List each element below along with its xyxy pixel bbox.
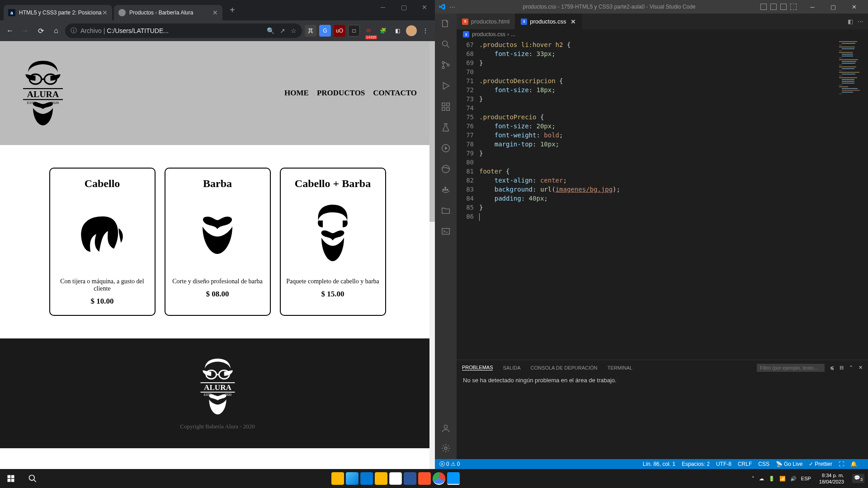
extensions-icon[interactable]: [440, 101, 451, 112]
tray-battery-icon[interactable]: 🔋: [769, 476, 775, 482]
status-spaces[interactable]: Espacios: 2: [682, 461, 710, 467]
explorer-icon[interactable]: [440, 18, 451, 29]
filter-icon[interactable]: ⫹: [830, 365, 834, 371]
breadcrumb[interactable]: 3 productos.css › ...: [457, 29, 868, 39]
docker-icon[interactable]: [440, 184, 451, 195]
nav-contacto[interactable]: CONTACTO: [373, 89, 417, 98]
close-panel-icon[interactable]: ✕: [859, 365, 863, 371]
collapse-icon[interactable]: ⊟: [840, 365, 844, 371]
maximize-button[interactable]: ▢: [823, 0, 844, 14]
edge-icon[interactable]: [440, 164, 451, 174]
source-control-icon[interactable]: [440, 60, 451, 70]
editor[interactable]: 6768697071727374757677787980818283848586…: [457, 39, 868, 360]
bookmark-icon[interactable]: ☆: [291, 27, 297, 34]
search-button[interactable]: [22, 469, 43, 488]
tab-close-icon[interactable]: ✕: [212, 9, 218, 16]
app-mstore[interactable]: [346, 472, 359, 485]
share-icon[interactable]: ↗: [280, 27, 285, 34]
panel-tab-problemas[interactable]: PROBLEMAS: [462, 365, 493, 371]
close-button[interactable]: ✕: [844, 0, 864, 14]
chrome-tab-0[interactable]: a HTML5 y CSS3 parte 2: Posiciona ✕: [4, 5, 112, 20]
profile-avatar[interactable]: [406, 25, 417, 36]
nav-home[interactable]: HOME: [284, 89, 309, 98]
ext-icon[interactable]: 其: [305, 25, 316, 37]
app-word[interactable]: [404, 472, 416, 485]
status-lang[interactable]: CSS: [758, 461, 769, 467]
omnibox[interactable]: ⓘ Archivo | C:/Users/LATITUDE... 🔍 ↗ ☆: [65, 23, 302, 38]
editor-tab-css[interactable]: 3 productos.css ✕: [515, 14, 582, 29]
layout-icon[interactable]: [760, 4, 767, 10]
scrollbar-thumb[interactable]: [429, 41, 435, 222]
more-actions-icon[interactable]: ⋯: [858, 18, 863, 25]
status-encoding[interactable]: UTF-8: [716, 461, 731, 467]
liveshare-icon[interactable]: [440, 143, 451, 154]
ext-mail-icon[interactable]: ✉14335: [363, 25, 374, 37]
app-vscode[interactable]: [447, 472, 460, 485]
status-errors[interactable]: ⓧ 0 ⚠ 0: [439, 460, 460, 468]
account-icon[interactable]: [440, 423, 451, 434]
notifications-button[interactable]: 💬3: [852, 474, 864, 483]
back-button[interactable]: ←: [4, 24, 16, 37]
menu-button[interactable]: ⋯: [449, 4, 455, 10]
tray-lang[interactable]: ESP: [801, 476, 811, 481]
tab-close-icon[interactable]: ✕: [571, 18, 576, 25]
menu-button[interactable]: ⋮: [420, 25, 431, 37]
panel-tab-consola[interactable]: CONSOLA DE DEPURACIÓN: [531, 365, 598, 371]
tray-chevron-icon[interactable]: ˄: [752, 476, 755, 482]
close-button[interactable]: ✕: [414, 0, 435, 14]
maximize-button[interactable]: ▢: [393, 0, 414, 14]
status-golive[interactable]: 📡 Go Live: [776, 461, 802, 467]
layout-icon[interactable]: [780, 4, 787, 10]
app-explorer[interactable]: [331, 472, 344, 485]
ext-translate-icon[interactable]: G: [319, 25, 331, 37]
code-area[interactable]: .productos li:hover h2 { font-size: 33px…: [479, 39, 868, 360]
search-icon[interactable]: 🔍: [267, 27, 274, 34]
producto-card[interactable]: Barba Corte y diseño profesional de barb…: [165, 168, 271, 316]
forward-button[interactable]: →: [19, 24, 32, 37]
filter-input[interactable]: [757, 364, 825, 372]
producto-card[interactable]: Cabello + Barba Paquete completo de cabe…: [280, 168, 386, 316]
reload-button[interactable]: ⟳: [34, 24, 47, 37]
settings-icon[interactable]: [440, 443, 451, 454]
status-position[interactable]: Lín. 86, col. 1: [643, 461, 675, 467]
editor-tab-html[interactable]: 5 productos.html: [457, 14, 515, 29]
status-prettier[interactable]: ✓ Prettier: [809, 461, 832, 467]
minimize-button[interactable]: ─: [373, 0, 393, 14]
start-button[interactable]: [0, 469, 22, 488]
layout-icon[interactable]: [770, 4, 777, 10]
new-tab-button[interactable]: +: [224, 5, 241, 20]
run-debug-icon[interactable]: [440, 80, 451, 91]
nav-productos[interactable]: PRODUCTOS: [317, 89, 365, 98]
chrome-tab-1[interactable]: Productos - Barbería Alura ✕: [114, 5, 222, 20]
app-outlook[interactable]: [360, 472, 373, 485]
chevron-up-icon[interactable]: ⌃: [849, 365, 853, 371]
home-button[interactable]: ⌂: [50, 24, 62, 37]
extensions-button[interactable]: 🧩: [377, 25, 389, 37]
minimap[interactable]: [836, 39, 868, 360]
status-feedback-icon[interactable]: ⛶: [839, 461, 844, 467]
terminal-icon[interactable]: [440, 226, 451, 237]
app-chrome[interactable]: [433, 472, 445, 485]
scrollbar[interactable]: [429, 41, 435, 469]
app-files[interactable]: [375, 472, 387, 485]
tray-volume-icon[interactable]: 🔊: [790, 476, 797, 482]
sidepanel-button[interactable]: ◧: [392, 25, 403, 37]
ext-icon[interactable]: □: [348, 25, 360, 37]
split-editor-icon[interactable]: ◧: [848, 18, 853, 25]
testing-icon[interactable]: [440, 122, 451, 133]
status-bell-icon[interactable]: 🔔: [850, 461, 857, 467]
status-eol[interactable]: CRLF: [738, 461, 752, 467]
producto-card[interactable]: Cabello Con tijera o máquina, a gusto de…: [49, 168, 156, 316]
minimize-button[interactable]: ─: [802, 0, 823, 14]
panel-tab-terminal[interactable]: TERMINAL: [608, 365, 633, 371]
folder-icon[interactable]: [440, 205, 451, 216]
app-brave[interactable]: [418, 472, 431, 485]
tray-wifi-icon[interactable]: 📶: [779, 476, 786, 482]
tab-close-icon[interactable]: ✕: [102, 9, 108, 16]
app-msoffice[interactable]: [389, 472, 402, 485]
ext-ublock-icon[interactable]: uO: [334, 25, 345, 37]
taskbar-clock[interactable]: 8:34 p. m. 18/04/2023: [816, 472, 848, 485]
tray-onedrive-icon[interactable]: ☁: [759, 476, 764, 482]
panel-tab-salida[interactable]: SALIDA: [503, 365, 520, 371]
layout-icon[interactable]: [790, 4, 797, 10]
